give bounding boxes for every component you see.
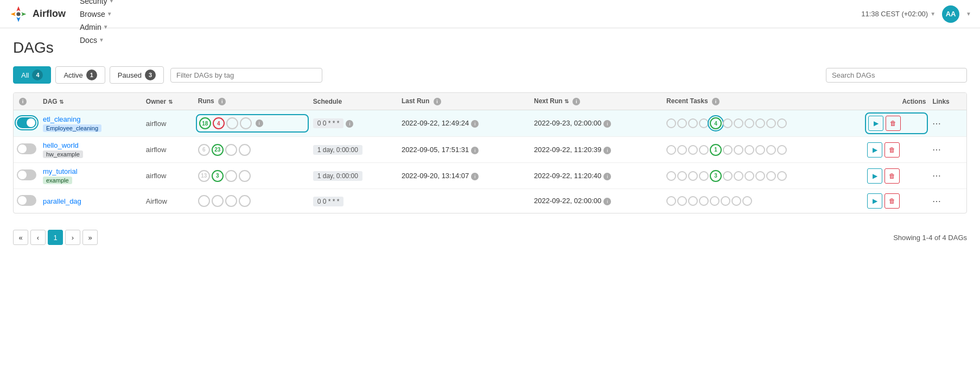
- chevron-down-icon[interactable]: ▼: [930, 11, 936, 17]
- tab-label: Active: [63, 71, 82, 79]
- nextrun-info-icon[interactable]: i: [572, 98, 580, 105]
- nextrun-info-icon-row[interactable]: i: [603, 173, 611, 180]
- run-circle[interactable]: [212, 195, 224, 207]
- dag-tag-hello_world[interactable]: hw_example: [43, 150, 83, 158]
- dag-link-parallel_dag[interactable]: parallel_dag: [43, 197, 81, 205]
- runs-info-icon[interactable]: i: [218, 98, 226, 105]
- runs-cell-etl_cleaning: 184i: [198, 116, 307, 130]
- trigger-dag-btn-my_tutorial[interactable]: ▶: [867, 168, 882, 184]
- col-info-icon[interactable]: i: [19, 98, 27, 105]
- recenttasks-info-icon[interactable]: i: [712, 98, 720, 105]
- user-menu-chevron[interactable]: ▼: [966, 11, 971, 17]
- nextrun-info-icon-row[interactable]: i: [603, 198, 611, 205]
- clock-time: 11:38 CEST (+02:00): [861, 10, 928, 18]
- task-circle-empty: [688, 118, 698, 128]
- nav-item-security[interactable]: Security ▼: [79, 0, 115, 8]
- last-page-btn[interactable]: »: [82, 230, 98, 245]
- run-circle[interactable]: [225, 170, 237, 182]
- task-circle-empty: [721, 196, 730, 206]
- nav-item-docs[interactable]: Docs ▼: [79, 34, 115, 47]
- dag-toggle-parallel_dag[interactable]: [17, 195, 36, 206]
- tag-filter-input[interactable]: [170, 68, 322, 83]
- run-circle[interactable]: [239, 144, 251, 156]
- trigger-dag-btn-parallel_dag[interactable]: ▶: [867, 193, 882, 209]
- lastrun-info-icon[interactable]: i: [434, 98, 441, 105]
- dag-link-my_tutorial[interactable]: my_tutorial: [43, 167, 78, 175]
- tab-count: 4: [32, 70, 43, 80]
- dag-toggle-hello_world[interactable]: [17, 143, 36, 154]
- next-run-hello_world: 2022-09-22, 11:20:39: [534, 146, 601, 154]
- last-run-etl_cleaning: 2022-09-22, 12:49:24: [402, 119, 469, 127]
- delete-dag-btn-hello_world[interactable]: 🗑: [884, 142, 900, 158]
- lastrun-info-icon-row[interactable]: i: [471, 173, 479, 180]
- nextrun-sort-icon[interactable]: ⇅: [564, 98, 569, 104]
- dag-link-hello_world[interactable]: hello_world: [43, 141, 79, 149]
- dag-sort-icon[interactable]: ⇅: [59, 99, 63, 105]
- col-owner-label: Owner: [146, 98, 166, 105]
- run-circle[interactable]: [239, 195, 251, 207]
- run-circle[interactable]: [225, 195, 237, 207]
- task-circle-empty: [777, 118, 787, 128]
- task-count-circle-etl_cleaning[interactable]: 4: [710, 117, 722, 129]
- run-circle[interactable]: [226, 117, 238, 129]
- links-more-btn-my_tutorial[interactable]: ⋯: [932, 171, 941, 181]
- task-circle-empty: [699, 171, 709, 181]
- run-circle[interactable]: [198, 195, 210, 207]
- nextrun-info-icon-row[interactable]: i: [603, 120, 611, 128]
- run-circle[interactable]: [239, 170, 251, 182]
- links-more-btn-etl_cleaning[interactable]: ⋯: [932, 118, 941, 129]
- lastrun-info-icon-row[interactable]: i: [471, 147, 479, 154]
- tab-count: 1: [86, 70, 97, 80]
- navbar-right: 11:38 CEST (+02:00) ▼ AA ▼: [861, 5, 971, 23]
- run-circle[interactable]: 3: [212, 170, 224, 182]
- dag-tag-etl_cleaning[interactable]: Employee_cleaning: [43, 124, 101, 132]
- lastrun-info-icon-row[interactable]: i: [471, 120, 479, 128]
- run-circle[interactable]: [240, 117, 252, 129]
- task-circle-empty: [688, 145, 698, 155]
- delete-dag-btn-parallel_dag[interactable]: 🗑: [884, 193, 900, 209]
- dag-link-etl_cleaning[interactable]: etl_cleaning: [43, 115, 80, 123]
- task-circle-empty: [666, 145, 676, 155]
- schedule-info-icon[interactable]: i: [346, 120, 353, 128]
- tab-all[interactable]: All4: [13, 66, 51, 84]
- svg-point-0: [16, 12, 20, 16]
- dag-toggle-my_tutorial[interactable]: [17, 169, 36, 180]
- nav-item-admin[interactable]: Admin ▼: [79, 21, 115, 34]
- nextrun-info-icon-row[interactable]: i: [603, 147, 611, 154]
- search-dags-input[interactable]: [826, 68, 967, 83]
- col-recenttasks-label: Recent Tasks: [666, 97, 708, 105]
- run-circle[interactable]: 6: [198, 144, 210, 156]
- user-avatar[interactable]: AA: [942, 5, 959, 23]
- col-nextrun-label: Next Run: [534, 97, 563, 105]
- trigger-dag-btn-etl_cleaning[interactable]: ▶: [868, 116, 883, 131]
- prev-page-btn[interactable]: ‹: [30, 230, 46, 245]
- run-circle[interactable]: 18: [199, 117, 211, 129]
- task-circle-empty: [744, 145, 754, 155]
- runs-detail-icon[interactable]: i: [256, 119, 263, 127]
- run-circle[interactable]: [225, 144, 237, 156]
- owner-sort-icon[interactable]: ⇅: [168, 99, 173, 105]
- brand[interactable]: Airflow: [9, 4, 66, 24]
- links-more-btn-hello_world[interactable]: ⋯: [932, 144, 941, 155]
- nav-item-browse[interactable]: Browse ▼: [79, 8, 115, 21]
- tab-paused[interactable]: Paused3: [110, 66, 164, 84]
- run-circle[interactable]: 13: [198, 170, 210, 182]
- task-circle-empty: [744, 171, 754, 181]
- delete-dag-btn-etl_cleaning[interactable]: 🗑: [886, 116, 901, 131]
- trigger-dag-btn-hello_world[interactable]: ▶: [867, 142, 882, 158]
- tab-active[interactable]: Active1: [55, 66, 105, 84]
- first-page-btn[interactable]: «: [13, 230, 28, 245]
- delete-dag-btn-my_tutorial[interactable]: 🗑: [884, 168, 900, 184]
- links-more-btn-parallel_dag[interactable]: ⋯: [932, 196, 941, 206]
- current-page-btn[interactable]: 1: [48, 230, 63, 245]
- next-page-btn[interactable]: ›: [65, 230, 80, 245]
- dag-tag-my_tutorial[interactable]: example: [43, 177, 72, 184]
- run-circle[interactable]: 23: [212, 144, 224, 156]
- dag-toggle-etl_cleaning[interactable]: [17, 117, 36, 128]
- task-count-circle-my_tutorial[interactable]: 3: [710, 170, 722, 182]
- task-circle-empty: [742, 196, 752, 206]
- run-circle[interactable]: 4: [213, 117, 225, 129]
- task-circle-empty: [677, 145, 687, 155]
- showing-text: Showing 1-4 of 4 DAGs: [893, 234, 967, 242]
- task-count-circle-hello_world[interactable]: 1: [710, 144, 722, 156]
